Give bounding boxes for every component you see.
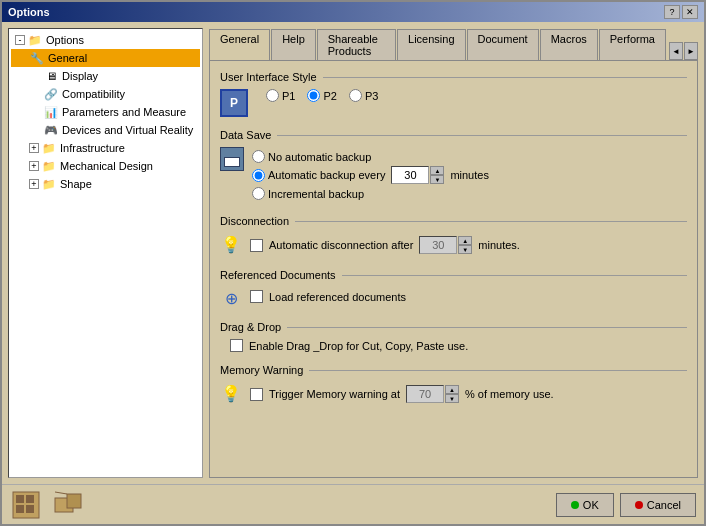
leaf-icon-compat: 🔗: [43, 86, 59, 102]
disconnect-spin-down[interactable]: ▼: [458, 245, 472, 254]
tab-macros[interactable]: Macros: [540, 29, 598, 60]
tree-label-display: Display: [62, 70, 98, 82]
disconnect-spinbox-btns: ▲ ▼: [458, 236, 472, 254]
tab-scroll-left[interactable]: ◄: [669, 42, 683, 60]
tab-help[interactable]: Help: [271, 29, 316, 60]
folder-icon-infra: 📁: [41, 140, 57, 156]
ui-style-radios: P1 P2 P3: [256, 89, 378, 102]
auto-disconnect-row: Automatic disconnection after ▲ ▼ minute…: [250, 236, 687, 254]
section-memory: Memory Warning 💡 Trigger Memory warning …: [220, 364, 687, 406]
referenced-controls: Load referenced documents: [250, 287, 687, 306]
tab-shareable[interactable]: Shareable Products: [317, 29, 396, 60]
section-title-disconnection: Disconnection: [220, 215, 687, 227]
no-backup-row: No automatic backup: [252, 150, 687, 163]
folder-icon-mech: 📁: [41, 158, 57, 174]
bottom-icon-2[interactable]: [52, 489, 84, 521]
section-drag-drop: Drag & Drop Enable Drag _Drop for Cut, C…: [220, 321, 687, 352]
ui-style-row: P P1 P2 P3: [220, 89, 687, 117]
expand-shape[interactable]: +: [29, 179, 39, 189]
radio-incremental[interactable]: Incremental backup: [252, 187, 364, 200]
section-disconnection: Disconnection 💡 Automatic disconnection …: [220, 215, 687, 257]
expand-mech[interactable]: +: [29, 161, 39, 171]
backup-spinbox-btns: ▲ ▼: [430, 166, 444, 184]
bottom-bar: OK Cancel: [2, 484, 704, 524]
backup-interval-input[interactable]: [391, 166, 429, 184]
section-title-referenced: Referenced Documents: [220, 269, 687, 281]
radio-auto-backup[interactable]: Automatic backup every: [252, 169, 385, 182]
cancel-label: Cancel: [647, 499, 681, 511]
tab-general[interactable]: General: [209, 29, 270, 60]
tree-item-parameters[interactable]: 📊 Parameters and Measure: [11, 103, 200, 121]
window-body: - 📁 Options 🔧 General 🖥 Display 🔗 Compat…: [2, 22, 704, 484]
tabs-list: General Help Shareable Products Licensin…: [209, 28, 667, 60]
svg-rect-4: [26, 505, 34, 513]
tab-document[interactable]: Document: [467, 29, 539, 60]
tree-label-mech: Mechanical Design: [60, 160, 153, 172]
section-title-drag-drop: Drag & Drop: [220, 321, 687, 333]
expand-options[interactable]: -: [15, 35, 25, 45]
tree-panel: - 📁 Options 🔧 General 🖥 Display 🔗 Compat…: [8, 28, 203, 478]
backup-spin-down[interactable]: ▼: [430, 175, 444, 184]
referenced-icon: ⊕: [220, 287, 242, 309]
tree-item-infrastructure[interactable]: + 📁 Infrastructure: [11, 139, 200, 157]
tree-item-devices[interactable]: 🎮 Devices and Virtual Reality: [11, 121, 200, 139]
help-title-btn[interactable]: ?: [664, 5, 680, 19]
memory-row: 💡 Trigger Memory warning at ▲ ▼: [220, 382, 687, 406]
tree-item-compatibility[interactable]: 🔗 Compatibility: [11, 85, 200, 103]
ok-button[interactable]: OK: [556, 493, 614, 517]
memory-unit: % of memory use.: [465, 388, 554, 400]
svg-rect-6: [67, 494, 81, 508]
backup-unit: minutes: [450, 169, 489, 181]
leaf-icon-params: 📊: [43, 104, 59, 120]
memory-input[interactable]: [406, 385, 444, 403]
drag-drop-checkbox[interactable]: [230, 339, 243, 352]
drag-drop-row: Enable Drag _Drop for Cut, Copy, Paste u…: [230, 339, 687, 352]
cancel-dot: [635, 501, 643, 509]
radio-p1[interactable]: P1: [266, 89, 295, 102]
bottom-icon-1[interactable]: [10, 489, 42, 521]
referenced-row: ⊕ Load referenced documents: [220, 287, 687, 309]
auto-backup-row: Automatic backup every ▲ ▼ minutes: [252, 166, 687, 184]
incremental-label: Incremental backup: [268, 188, 364, 200]
tree-label-infra: Infrastructure: [60, 142, 125, 154]
bottom-icons: [10, 489, 84, 521]
section-title-data-save: Data Save: [220, 129, 687, 141]
close-title-btn[interactable]: ✕: [682, 5, 698, 19]
expand-infra[interactable]: +: [29, 143, 39, 153]
radio-p2[interactable]: P2: [307, 89, 336, 102]
svg-line-7: [55, 492, 67, 494]
memory-spin-up[interactable]: ▲: [445, 385, 459, 394]
disconnect-unit: minutes.: [478, 239, 520, 251]
disconnection-row: 💡 Automatic disconnection after ▲ ▼: [220, 233, 687, 257]
memory-warning-checkbox[interactable]: [250, 388, 263, 401]
tab-scroll: ◄ ►: [669, 42, 698, 60]
no-backup-label: No automatic backup: [268, 151, 371, 163]
memory-spin-down[interactable]: ▼: [445, 394, 459, 403]
bottom-buttons: OK Cancel: [556, 493, 696, 517]
load-referenced-label: Load referenced documents: [269, 291, 406, 303]
cancel-button[interactable]: Cancel: [620, 493, 696, 517]
bottom-svg-icon-1: [11, 490, 41, 520]
disconnect-spin-up[interactable]: ▲: [458, 236, 472, 245]
tree-item-display[interactable]: 🖥 Display: [11, 67, 200, 85]
memory-spinbox: ▲ ▼: [406, 385, 459, 403]
backup-interval-spinbox: ▲ ▼: [391, 166, 444, 184]
load-referenced-checkbox[interactable]: [250, 290, 263, 303]
tree-item-general[interactable]: 🔧 General: [11, 49, 200, 67]
tree-item-shape[interactable]: + 📁 Shape: [11, 175, 200, 193]
auto-disconnect-checkbox[interactable]: [250, 239, 263, 252]
disconnection-controls: Automatic disconnection after ▲ ▼ minute…: [250, 233, 687, 257]
tree-item-mechanical[interactable]: + 📁 Mechanical Design: [11, 157, 200, 175]
svg-rect-3: [16, 505, 24, 513]
backup-spin-up[interactable]: ▲: [430, 166, 444, 175]
folder-icon-shape: 📁: [41, 176, 57, 192]
load-referenced-row: Load referenced documents: [250, 290, 687, 303]
tab-scroll-right[interactable]: ►: [684, 42, 698, 60]
tab-licensing[interactable]: Licensing: [397, 29, 465, 60]
disconnect-input[interactable]: [419, 236, 457, 254]
tab-performa[interactable]: Performa: [599, 29, 666, 60]
radio-p3[interactable]: P3: [349, 89, 378, 102]
radio-no-backup[interactable]: No automatic backup: [252, 150, 371, 163]
ok-label: OK: [583, 499, 599, 511]
tree-item-options[interactable]: - 📁 Options: [11, 31, 200, 49]
